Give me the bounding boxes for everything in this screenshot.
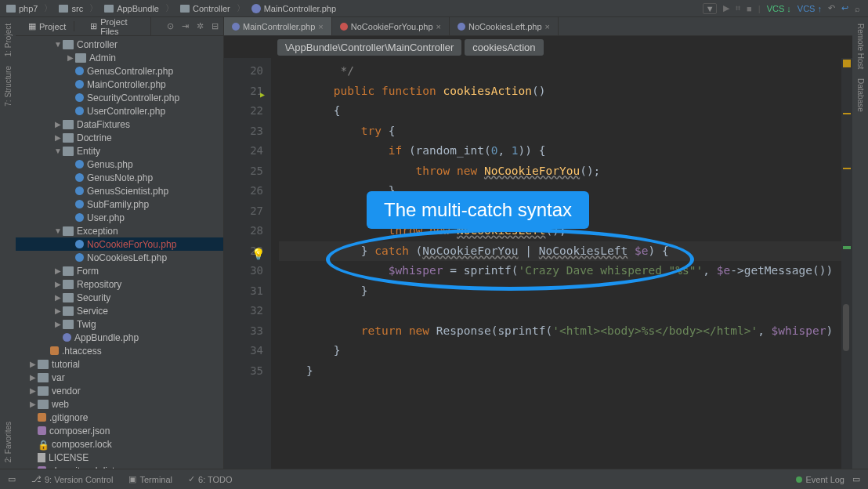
tree-item[interactable]: Controller (16, 38, 223, 51)
todo-tool[interactable]: ✓6: TODO (188, 474, 233, 484)
history-icon[interactable]: ↶ (828, 3, 835, 13)
tree-item[interactable]: User.php (16, 211, 223, 224)
breadcrumb[interactable]: php7〉src〉AppBundle〉Controller〉MainContro… (6, 2, 336, 14)
tree-item[interactable]: LICENSE (16, 451, 223, 464)
tree-item[interactable]: 🔒composer.lock (16, 437, 223, 451)
settings-icon[interactable]: ✲ (197, 21, 204, 31)
breadcrumb-segment[interactable]: php7 (19, 4, 38, 13)
code-line[interactable] (279, 201, 841, 222)
tree-item[interactable]: Repository (16, 277, 223, 291)
tree-item[interactable]: GenusController.php (16, 64, 223, 78)
tree-item[interactable]: Exception (16, 224, 223, 237)
editor-breadcrumb[interactable]: \AppBundle\Controller\MainController coo… (224, 36, 852, 58)
run-config-dropdown[interactable]: ▼ (703, 3, 717, 14)
version-control-tool[interactable]: ⎇9: Version Control (31, 474, 113, 484)
close-tab-icon[interactable]: × (436, 22, 441, 31)
debug-icon[interactable]: ⌗ (736, 3, 740, 13)
tree-item[interactable]: GenusScientist.php (16, 184, 223, 197)
collapse-icon[interactable]: ⇥ (182, 21, 189, 31)
tree-item[interactable]: Doctrine (16, 131, 223, 144)
search-icon[interactable]: ⌕ (855, 4, 860, 13)
line-number[interactable]: 21▶ (224, 82, 263, 102)
code-line[interactable]: } (279, 361, 841, 382)
event-log[interactable]: Event Log (796, 475, 844, 484)
code-line[interactable]: public function cookiesAction() (279, 82, 841, 102)
tree-item[interactable]: SubFamily.php (16, 197, 223, 211)
tree-item[interactable]: MainController.php (16, 78, 223, 91)
project-tab[interactable]: ▦Project (20, 21, 74, 31)
tree-item[interactable]: Twig (16, 317, 223, 331)
breadcrumb-segment[interactable]: MainController.php (264, 4, 336, 13)
status-corner-icon[interactable]: ▭ (852, 474, 860, 484)
code-editor[interactable]: 2021▶2223242526272829💡303132333435 */ pu… (224, 58, 852, 469)
breadcrumb-segment[interactable]: Controller (193, 4, 230, 13)
hide-icon[interactable]: ⊟ (212, 21, 219, 31)
code-line[interactable]: } (279, 281, 841, 302)
editor-tab[interactable]: NoCookiesLeft.php× (450, 17, 559, 35)
tree-item[interactable]: composer.json (16, 424, 223, 437)
tool-database[interactable]: Database (856, 78, 865, 112)
tree-item[interactable]: NoCookieForYou.php (16, 237, 223, 251)
stop-icon[interactable]: ■ (747, 4, 752, 13)
tree-item[interactable]: DataFixtures (16, 118, 223, 131)
code-line[interactable]: if (random_int(0, 1)) { (279, 141, 841, 161)
editor-tab[interactable]: MainController.php× (224, 17, 332, 35)
line-number[interactable]: 35 (224, 361, 263, 382)
project-files-tab[interactable]: ⊞Project Files (82, 17, 151, 36)
tool-remote-host[interactable]: Remote Host (856, 24, 865, 69)
vcs-commit-icon[interactable]: VCS ↑ (797, 4, 822, 13)
line-number[interactable]: 32 (224, 301, 263, 321)
code-line[interactable]: */ (279, 61, 841, 82)
tree-item[interactable]: var (16, 371, 223, 384)
tree-item[interactable]: .gitignore (16, 411, 223, 424)
line-number[interactable]: 30 (224, 261, 263, 281)
line-number[interactable]: 25 (224, 161, 263, 182)
file-tree[interactable]: ControllerAdminGenusController.phpMainCo… (16, 36, 223, 469)
tree-item[interactable]: tutorial (16, 357, 223, 371)
line-number[interactable]: 29💡 (224, 241, 263, 262)
breadcrumb-segment[interactable]: AppBundle (117, 4, 159, 13)
line-number[interactable]: 20 (224, 61, 263, 82)
close-tab-icon[interactable]: × (545, 22, 550, 31)
terminal-tool[interactable]: ▣Terminal (128, 474, 172, 484)
line-number[interactable]: 28 (224, 221, 263, 241)
code-line[interactable] (279, 301, 841, 321)
line-number[interactable]: 27 (224, 201, 263, 222)
line-number[interactable]: 34 (224, 341, 263, 361)
tree-item[interactable]: web (16, 397, 223, 411)
code-line[interactable]: $whisper = sprintf('Crazy Dave whispered… (279, 261, 841, 281)
code-line[interactable]: try { (279, 121, 841, 142)
inspection-indicator-icon[interactable] (843, 60, 851, 67)
run-icon[interactable]: ▶ (723, 3, 729, 13)
breadcrumb-method[interactable]: cookiesAction (465, 39, 543, 56)
line-number[interactable]: 26 (224, 181, 263, 201)
error-stripe[interactable] (841, 58, 852, 469)
tool-1-project[interactable]: 1: Project (4, 24, 13, 56)
line-number[interactable]: 23 (224, 121, 263, 142)
tree-item[interactable]: UserController.php (16, 104, 223, 118)
tree-item[interactable]: Genus.php (16, 158, 223, 171)
status-menu-icon[interactable]: ▭ (8, 474, 16, 484)
tree-item[interactable]: Form (16, 264, 223, 277)
tool-7-structure[interactable]: 7: Structure (4, 66, 13, 107)
close-tab-icon[interactable]: × (318, 22, 323, 31)
code-line[interactable]: throw new NoCookiesLeft(); (279, 221, 841, 241)
tree-item[interactable]: Security (16, 291, 223, 304)
tree-item[interactable]: AppBundle.php (16, 331, 223, 344)
line-number[interactable]: 33 (224, 321, 263, 342)
tool-2-favorites[interactable]: 2: Favorites (4, 422, 13, 462)
code-line[interactable]: } (279, 341, 841, 361)
editor-tab[interactable]: NoCookieForYou.php× (332, 17, 450, 35)
tree-item[interactable]: Admin (16, 51, 223, 64)
code-line[interactable]: } catch (NoCookieForYou | NoCookiesLeft … (279, 241, 841, 262)
tree-item[interactable]: Service (16, 304, 223, 317)
tree-item[interactable]: NoCookiesLeft.php (16, 251, 223, 264)
scrollbar-thumb[interactable] (843, 304, 849, 351)
tree-item[interactable]: vendor (16, 384, 223, 397)
revert-icon[interactable]: ↩ (841, 3, 848, 13)
vcs-update-icon[interactable]: VCS ↓ (767, 4, 791, 13)
tree-item[interactable]: GenusNote.php (16, 171, 223, 184)
tree-item[interactable]: Entity (16, 144, 223, 158)
tree-item[interactable]: .htaccess (16, 344, 223, 357)
code-line[interactable]: } (279, 181, 841, 201)
